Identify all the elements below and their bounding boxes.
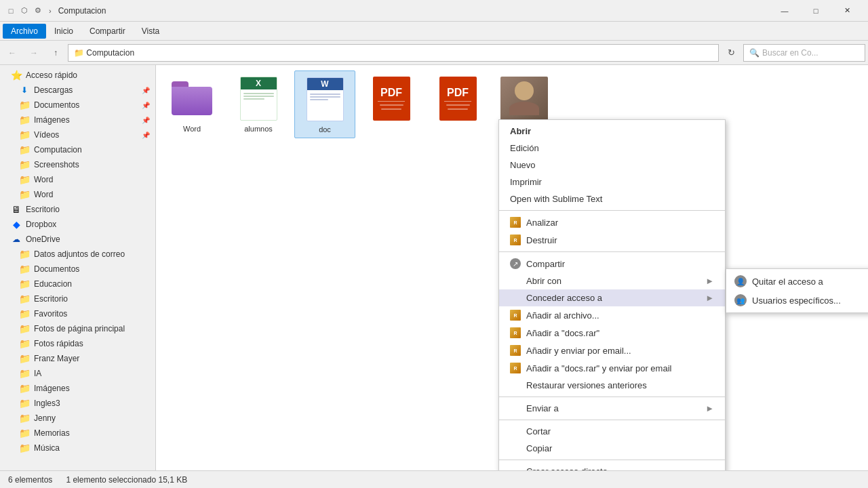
titlebar: □ ⬡ ⚙ › Computacion — □ ✕ <box>0 0 868 22</box>
sidebar-item-documentos[interactable]: 📁 Documentos 📌 <box>0 98 155 113</box>
folder-icon: 📁 <box>19 129 30 140</box>
person-image-icon <box>500 75 548 122</box>
search-icon: 🔍 <box>749 48 760 58</box>
ctx-item-abrir[interactable]: Abrir <box>499 123 725 140</box>
ctx-item-enviar-a[interactable]: Enviar a ► <box>499 400 725 417</box>
folder-icon: 📁 <box>19 323 30 334</box>
sidebar-item-imagenes-od[interactable]: 📁 Imágenes <box>0 381 155 396</box>
sidebar-item-datos-adjuntos[interactable]: 📁 Datos adjuntos de correo <box>0 247 155 262</box>
folder-icon: 📁 <box>19 443 30 453</box>
ctx-item-anadir-enviar-email[interactable]: R Añadir y enviar por email... <box>499 342 725 359</box>
sidebar-item-memorias[interactable]: 📁 Memorias <box>0 426 155 441</box>
winrar-icon: R <box>510 217 521 228</box>
content-area: Word X alumnos <box>156 65 868 470</box>
back-button[interactable]: ← <box>3 43 22 62</box>
pin-icon: 📌 <box>142 117 150 124</box>
sidebar-item-ingles3[interactable]: 📁 Ingles3 <box>0 396 155 411</box>
sidebar-item-fotos-rapidas[interactable]: 📁 Fotos rápidas <box>0 336 155 351</box>
sidebar-item-descargas[interactable]: ⬇ Descargas 📌 <box>0 83 155 98</box>
sidebar-item-dropbox[interactable]: ◆ Dropbox <box>0 217 155 232</box>
ctx-separator-2 <box>499 251 725 252</box>
refresh-button[interactable]: ↻ <box>722 43 741 62</box>
file-pdf-1[interactable]: PDF <box>361 70 422 138</box>
sidebar-item-word-2[interactable]: 📁 Word <box>0 187 155 202</box>
folder-icon: 📁 <box>19 144 30 155</box>
ctx-item-abrir-con[interactable]: Abrir con ► <box>499 272 725 289</box>
ctx-item-analizar[interactable]: R Analizar <box>499 214 725 231</box>
folder-icon: 📁 <box>19 159 30 170</box>
sidebar-item-word-1[interactable]: 📁 Word <box>0 172 155 187</box>
up-button[interactable]: ↑ <box>46 43 65 62</box>
file-docs[interactable]: W doc <box>294 70 355 138</box>
search-box[interactable]: 🔍 Buscar en Co... <box>743 44 865 62</box>
sidebar-item-musica[interactable]: 📁 Música <box>0 441 155 455</box>
file-label: Word <box>183 125 201 133</box>
titlebar-controls[interactable]: — □ ✕ <box>769 0 863 22</box>
ctx-item-anadir-docs-rar[interactable]: R Añadir a "docs.rar" <box>499 324 725 342</box>
file-pdf-2[interactable]: PDF <box>427 70 488 138</box>
sidebar-item-acceso-rapido[interactable]: ⭐ Acceso rápido <box>0 68 155 83</box>
winrar-icon: R <box>510 310 521 321</box>
menubar: Archivo Inicio Compartir Vista <box>0 22 868 41</box>
file-alumnos[interactable]: X alumnos <box>228 70 289 138</box>
file-word-folder[interactable]: Word <box>161 70 222 138</box>
sidebar-item-escritorio-od[interactable]: 📁 Escritorio <box>0 291 155 306</box>
onedrive-icon: ☁ <box>11 234 22 245</box>
main-area: ⭐ Acceso rápido ⬇ Descargas 📌 📁 Document… <box>0 65 868 470</box>
address-path[interactable]: 📁 Computacion <box>68 44 719 62</box>
submenu-item-quitar-acceso[interactable]: 👤 Quitar el acceso a <box>726 272 868 291</box>
ctx-item-crear-acceso[interactable]: Crear acceso directo <box>499 463 725 470</box>
sidebar-item-escritorio[interactable]: 🖥 Escritorio <box>0 202 155 217</box>
sidebar-item-franz-mayer[interactable]: 📁 Franz Mayer <box>0 351 155 366</box>
menu-inicio[interactable]: Inicio <box>46 24 81 39</box>
minimize-button[interactable]: — <box>769 0 800 22</box>
ctx-item-restaurar[interactable]: Restaurar versiones anteriores <box>499 377 725 394</box>
menu-archivo[interactable]: Archivo <box>3 24 46 39</box>
titlebar-system-icons: □ ⬡ ⚙ › <box>5 5 54 16</box>
sidebar-item-screenshots[interactable]: 📁 Screenshots <box>0 157 155 172</box>
close-button[interactable]: ✕ <box>831 0 863 22</box>
sidebar-item-ia[interactable]: 📁 IA <box>0 366 155 381</box>
sidebar-item-educacion[interactable]: 📁 Educacion <box>0 277 155 291</box>
menu-vista[interactable]: Vista <box>134 24 167 39</box>
ctx-item-copiar[interactable]: Copiar <box>499 440 725 457</box>
maximize-button[interactable]: □ <box>800 0 831 22</box>
sidebar-item-favoritos[interactable]: 📁 Favoritos <box>0 306 155 321</box>
pin-icon: 📌 <box>142 102 150 109</box>
sidebar-item-computacion[interactable]: 📁 Computacion <box>0 142 155 157</box>
sidebar-item-onedrive[interactable]: ☁ OneDrive <box>0 232 155 247</box>
sidebar-item-jenny[interactable]: 📁 Jenny <box>0 411 155 426</box>
pin-icon: 📌 <box>142 131 150 139</box>
ctx-item-compartir[interactable]: ↗ Compartir <box>499 255 725 272</box>
sidebar-item-fotos-pagina[interactable]: 📁 Fotos de página principal <box>0 321 155 336</box>
user-icon: 👤 <box>734 275 747 287</box>
ctx-item-anadir-docs-rar-email[interactable]: R Añadir a "docs.rar" y enviar por email <box>499 359 725 377</box>
folder-icon: 📁 <box>19 398 30 409</box>
submenu-item-usuarios-especificos[interactable]: 👥 Usuarios específicos... <box>726 291 868 310</box>
ctx-item-cortar[interactable]: Cortar <box>499 423 725 440</box>
excel-icon: X <box>235 75 282 122</box>
search-placeholder: Buscar en Co... <box>762 48 818 58</box>
ctx-item-edicion[interactable]: Edición <box>499 140 725 157</box>
ctx-item-destruir[interactable]: R Destruir <box>499 231 725 249</box>
context-menu: Abrir Edición Nuevo Imprimir Open with S… <box>498 119 726 470</box>
folder-icon: 📁 <box>19 100 30 110</box>
ctx-item-anadir-archivo[interactable]: R Añadir al archivo... <box>499 306 725 324</box>
sidebar-item-imagenes[interactable]: 📁 Imágenes 📌 <box>0 113 155 127</box>
file-label: alumnos <box>244 125 273 133</box>
sidebar-item-documentos-od[interactable]: 📁 Documentos <box>0 262 155 277</box>
ctx-item-open-sublime[interactable]: Open with Sublime Text <box>499 190 725 207</box>
ctx-item-nuevo[interactable]: Nuevo <box>499 157 725 174</box>
arrow-icon: ► <box>705 293 714 303</box>
sidebar: ⭐ Acceso rápido ⬇ Descargas 📌 📁 Document… <box>0 65 156 470</box>
arrow-icon: ► <box>705 276 714 286</box>
forward-button[interactable]: → <box>24 43 43 62</box>
ctx-item-imprimir[interactable]: Imprimir <box>499 174 725 190</box>
download-icon: ⬇ <box>19 85 30 96</box>
winrar-icon: R <box>510 235 521 245</box>
menu-compartir[interactable]: Compartir <box>81 24 134 39</box>
selected-info: 1 elemento seleccionado 15,1 KB <box>66 475 187 485</box>
sidebar-item-videos[interactable]: 📁 Vídeos 📌 <box>0 127 155 142</box>
ctx-item-conceder-acceso[interactable]: Conceder acceso a ► <box>499 289 725 306</box>
pin-icon: 📌 <box>142 87 150 94</box>
